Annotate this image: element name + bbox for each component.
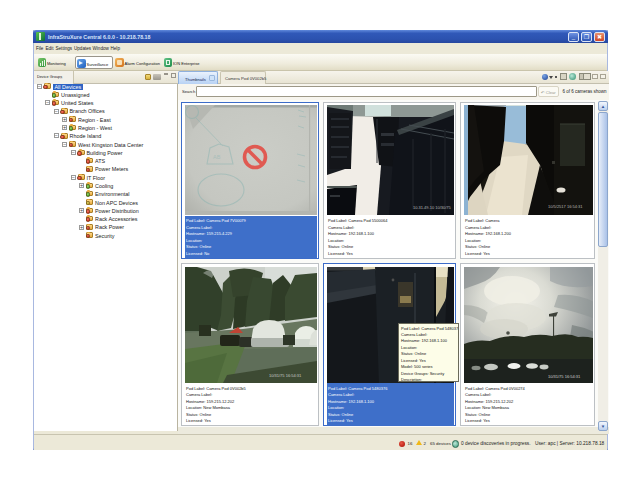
- svg-text:10/31/75 16:54:31: 10/31/75 16:54:31: [548, 374, 581, 379]
- svg-text:10/31/75 16:54:31: 10/31/75 16:54:31: [269, 373, 302, 378]
- svg-text:AB: AB: [213, 154, 221, 160]
- svg-text:10.31.49.10 10/30/75: 10.31.49.10 10/30/75: [413, 205, 452, 210]
- svg-text:10/5/2517 16:54:31: 10/5/2517 16:54:31: [548, 204, 583, 209]
